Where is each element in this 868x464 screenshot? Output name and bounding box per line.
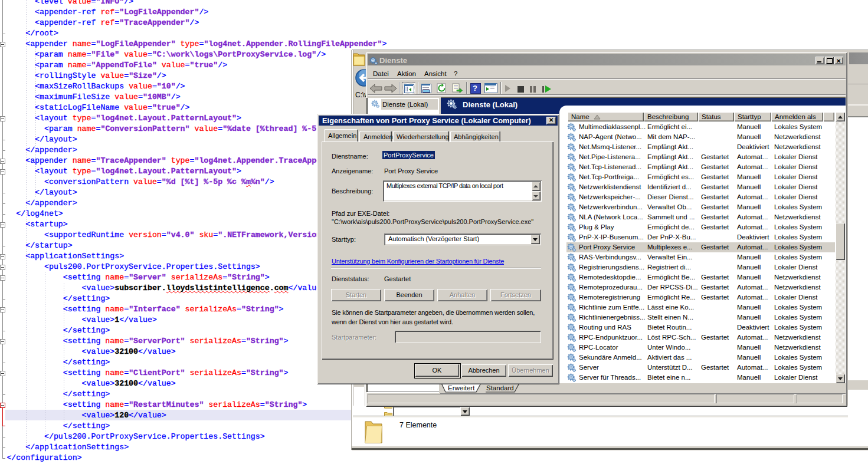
- svg-text:Erweitert: Erweitert: [448, 384, 475, 391]
- svg-text:Standard: Standard: [486, 384, 514, 391]
